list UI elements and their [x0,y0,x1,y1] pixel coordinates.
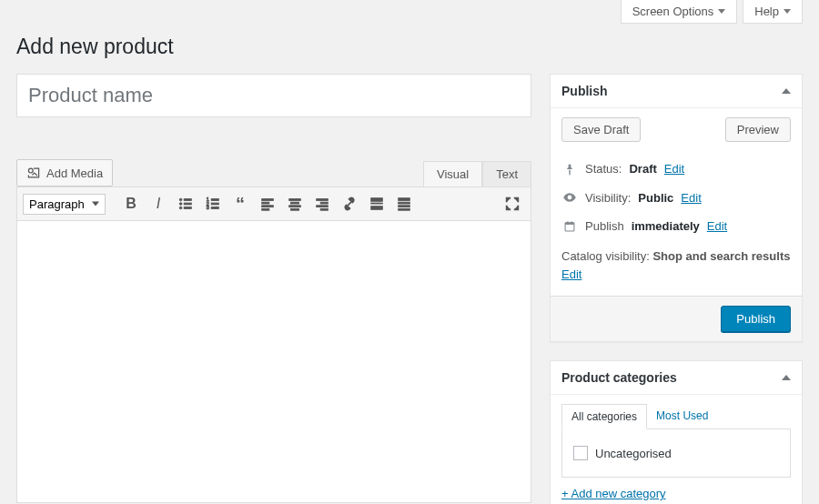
publish-box: Publish Save Draft Preview Status: Draft… [550,74,803,342]
svg-rect-28 [399,198,410,201]
svg-rect-31 [399,208,410,210]
tab-most-used[interactable]: Most Used [647,404,717,429]
screen-options-tab[interactable]: Screen Options [621,0,738,24]
svg-point-5 [179,207,182,209]
svg-rect-2 [184,199,191,201]
publish-heading: Publish [561,84,608,98]
publish-value: immediately [632,219,700,233]
align-left-button[interactable] [255,191,280,217]
toolbar-toggle-button[interactable] [391,191,417,217]
format-select[interactable]: Paragraph [23,194,106,215]
help-tab[interactable]: Help [743,0,803,24]
editor-content-area[interactable] [16,221,531,503]
svg-rect-25 [371,198,383,202]
category-checkbox[interactable] [573,446,588,460]
svg-rect-26 [371,203,383,204]
svg-rect-15 [262,206,274,207]
edit-schedule-link[interactable]: Edit [707,219,727,233]
link-button[interactable] [337,191,362,217]
product-name-input[interactable] [16,74,531,117]
collapse-icon[interactable] [782,375,791,380]
svg-rect-24 [320,208,328,210]
svg-rect-30 [399,206,410,207]
svg-point-1 [179,198,182,201]
caret-down-icon [718,9,725,14]
catalog-label: Catalog visibility: [561,249,650,263]
svg-rect-8 [211,199,218,201]
tab-text[interactable]: Text [482,161,531,186]
add-media-button[interactable]: Add Media [16,159,113,186]
media-icon [26,166,41,180]
svg-rect-23 [317,206,329,207]
svg-rect-10 [211,203,218,205]
editor-toolbar: Paragraph B I 123 “ [16,186,531,221]
svg-point-0 [28,168,33,173]
catalog-value: Shop and search results [652,249,790,263]
svg-rect-35 [571,221,571,224]
screen-options-label: Screen Options [632,5,714,18]
svg-rect-13 [262,199,274,201]
svg-rect-14 [262,202,269,204]
read-more-button[interactable] [364,191,389,217]
calendar-icon [561,220,578,233]
svg-rect-16 [262,208,269,210]
italic-button[interactable]: I [146,191,171,217]
publish-button[interactable]: Publish [721,306,791,332]
edit-visibility-link[interactable]: Edit [681,191,701,205]
save-draft-button[interactable]: Save Draft [561,117,641,142]
svg-rect-21 [317,199,329,201]
svg-rect-4 [184,203,191,205]
fullscreen-button[interactable] [500,191,525,217]
svg-rect-20 [291,208,299,210]
svg-rect-19 [289,206,301,207]
svg-rect-33 [565,222,574,224]
collapse-icon[interactable] [782,88,791,94]
svg-rect-17 [289,199,301,201]
page-title: Add new product [16,33,803,74]
svg-rect-12 [211,207,218,209]
numbered-list-button[interactable]: 123 [200,191,226,217]
svg-rect-6 [184,207,191,209]
eye-icon [561,190,578,205]
align-center-button[interactable] [282,191,308,217]
add-new-category-link[interactable]: + Add new category [561,478,666,500]
category-label: Uncategorised [595,447,672,460]
svg-point-3 [179,203,182,206]
product-categories-box: Product categories All categories Most U… [550,360,803,504]
svg-rect-18 [291,202,299,204]
svg-rect-22 [320,202,328,204]
tab-visual[interactable]: Visual [423,161,482,186]
status-value: Draft [629,162,656,176]
svg-text:3: 3 [207,205,209,210]
pin-icon [561,163,578,176]
status-label: Status: [585,162,622,176]
categories-heading: Product categories [561,370,677,385]
caret-down-icon [784,9,791,14]
align-right-button[interactable] [309,191,335,217]
preview-button[interactable]: Preview [725,117,791,142]
help-label: Help [754,5,779,18]
svg-rect-27 [371,207,383,210]
blockquote-button[interactable]: “ [228,191,253,217]
tab-all-categories[interactable]: All categories [561,404,647,429]
svg-rect-29 [399,202,410,204]
bold-button[interactable]: B [118,191,144,217]
publish-label: Publish [585,219,624,233]
add-media-label: Add Media [46,166,103,180]
edit-status-link[interactable]: Edit [664,162,684,176]
category-item[interactable]: Uncategorised [573,442,779,464]
visibility-label: Visibility: [585,191,631,205]
bullet-list-button[interactable] [173,191,198,217]
edit-catalog-link[interactable]: Edit [561,267,581,281]
svg-rect-34 [567,221,568,224]
visibility-value: Public [638,191,673,205]
